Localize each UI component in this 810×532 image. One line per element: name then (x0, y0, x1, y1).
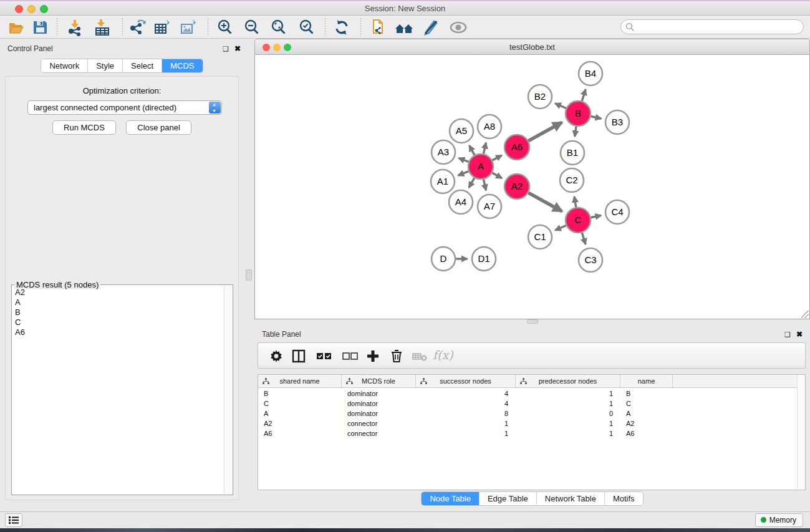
run-mcds-button[interactable]: Run MCDS (52, 120, 116, 135)
edge-A-A4[interactable] (469, 178, 475, 188)
tab-motifs[interactable]: Motifs (605, 492, 643, 505)
export-network-icon[interactable] (128, 19, 146, 36)
zoom-out-icon[interactable] (243, 19, 261, 36)
table-cell[interactable]: 1 (416, 418, 516, 429)
open-file-icon[interactable] (7, 19, 25, 36)
edge-A-A8[interactable] (483, 143, 486, 154)
edge-B-B1[interactable] (575, 127, 576, 137)
zoom-fit-icon[interactable] (270, 19, 287, 36)
edge-B-B2[interactable] (555, 104, 566, 109)
new-network-from-file-icon[interactable] (369, 19, 387, 36)
tab-node-table[interactable]: Node Table (422, 492, 480, 505)
tab-style[interactable]: Style (88, 59, 123, 72)
table-row[interactable]: A2connector11A2 (258, 418, 805, 429)
table-row[interactable]: Adominator80A (258, 409, 805, 419)
mcds-result-item[interactable]: A2 (12, 288, 224, 297)
table-cell[interactable]: 1 (516, 428, 620, 439)
table-cell[interactable]: 4 (416, 399, 516, 409)
edge-C-C1[interactable] (555, 225, 566, 230)
delete-table-icon[interactable] (412, 349, 429, 364)
edge-C-C3[interactable] (582, 233, 586, 244)
table-cell[interactable]: 1 (516, 418, 620, 429)
close-panel-button[interactable]: Close panel (126, 120, 191, 135)
export-image-icon[interactable] (180, 19, 197, 36)
column-header-MCDS-role[interactable]: MCDS role (342, 375, 416, 387)
column-header-successor-nodes[interactable]: successor nodes (416, 375, 516, 387)
float-panel-icon[interactable]: ❑ (784, 331, 791, 338)
export-table-icon[interactable] (153, 19, 171, 36)
window-resize-grip[interactable] (801, 311, 809, 318)
mcds-result-item[interactable]: A (12, 297, 224, 307)
table-cell[interactable]: C (258, 399, 342, 409)
mcds-result-item[interactable]: B (12, 307, 224, 317)
save-session-icon[interactable] (31, 19, 49, 36)
table-cell[interactable]: A2 (620, 418, 673, 429)
tab-select[interactable]: Select (123, 59, 162, 72)
delete-columns-icon[interactable] (389, 349, 404, 364)
zoom-in-icon[interactable] (216, 19, 234, 36)
refresh-icon[interactable] (333, 19, 350, 36)
column-header-name[interactable]: name (620, 375, 673, 387)
column-header-predecessor-nodes[interactable]: predecessor nodes (516, 375, 620, 387)
tab-network-table[interactable]: Network Table (537, 492, 605, 505)
table-row[interactable]: Cdominator41C (258, 399, 805, 409)
edge-C-C4[interactable] (591, 215, 601, 217)
table-cell[interactable]: A (258, 409, 342, 419)
table-row[interactable]: A6connector11A6 (258, 428, 805, 439)
import-network-icon[interactable] (66, 19, 84, 36)
search-field[interactable] (620, 19, 804, 34)
show-all-levels-icon[interactable] (394, 19, 412, 36)
table-cell[interactable]: 0 (516, 409, 620, 419)
table-cell[interactable]: 1 (516, 389, 620, 399)
table-cell[interactable]: A6 (620, 428, 673, 439)
table-options-icon[interactable] (269, 349, 284, 364)
table-cell[interactable]: connector (342, 428, 416, 439)
criterion-dropdown[interactable]: largest connected component (directed) (27, 100, 222, 115)
split-divider-handle[interactable] (527, 319, 538, 324)
tab-mcds[interactable]: MCDS (162, 59, 202, 72)
close-panel-icon[interactable]: ✖ (796, 330, 803, 339)
result-scrollbar[interactable] (224, 286, 232, 494)
unselect-all-columns-icon[interactable] (342, 349, 359, 364)
edge-C-C2[interactable] (574, 196, 576, 207)
hide-annotations-icon[interactable] (422, 19, 439, 36)
table-row[interactable]: Bdominator41B (258, 389, 805, 399)
table-cell[interactable]: 8 (416, 409, 516, 419)
toggle-view-icon[interactable] (449, 19, 466, 36)
mcds-result-item[interactable]: C (12, 317, 224, 327)
import-table-icon[interactable] (94, 19, 111, 36)
edge-B-B3[interactable] (591, 117, 601, 119)
column-header-shared-name[interactable]: shared name (258, 375, 342, 387)
edge-A6-B[interactable] (528, 122, 562, 141)
table-cell[interactable]: B (258, 389, 342, 399)
task-history-button[interactable] (5, 513, 22, 527)
table-cell[interactable]: A2 (258, 418, 342, 429)
edge-A-A5[interactable] (470, 145, 475, 155)
search-input[interactable] (637, 21, 796, 32)
network-canvas[interactable]: B4B2BB3A8A5A6A3B1AC2A1A2A4A7C4CC1DD1C3 (254, 55, 810, 319)
table-cell[interactable]: 1 (516, 399, 620, 409)
edge-A-A6[interactable] (493, 155, 502, 160)
memory-button[interactable]: Memory (755, 513, 803, 527)
table-cell[interactable]: 1 (416, 428, 516, 439)
zoom-selected-icon[interactable] (298, 19, 316, 36)
table-cell[interactable]: connector (342, 418, 416, 429)
table-cell[interactable]: A (620, 409, 673, 419)
tab-edge-table[interactable]: Edge Table (480, 492, 537, 505)
edge-A-A7[interactable] (483, 180, 486, 191)
edge-A-A2[interactable] (492, 173, 502, 178)
mcds-result-item[interactable]: A6 (12, 327, 224, 337)
table-cell[interactable]: dominator (342, 389, 416, 399)
split-divider-handle[interactable] (246, 269, 252, 281)
edge-A-A3[interactable] (459, 158, 469, 162)
close-panel-icon[interactable]: ✖ (234, 44, 241, 53)
edge-A-A1[interactable] (458, 172, 469, 176)
edge-B-B4[interactable] (582, 89, 586, 101)
table-cell[interactable]: dominator (342, 399, 416, 409)
function-builder-icon[interactable]: f(x) (433, 348, 453, 362)
table-cell[interactable]: B (620, 389, 673, 399)
table-cell[interactable]: dominator (342, 409, 416, 419)
float-panel-icon[interactable]: ❑ (223, 45, 229, 52)
edge-A2-C[interactable] (528, 193, 562, 211)
table-cell[interactable]: 4 (416, 389, 516, 399)
